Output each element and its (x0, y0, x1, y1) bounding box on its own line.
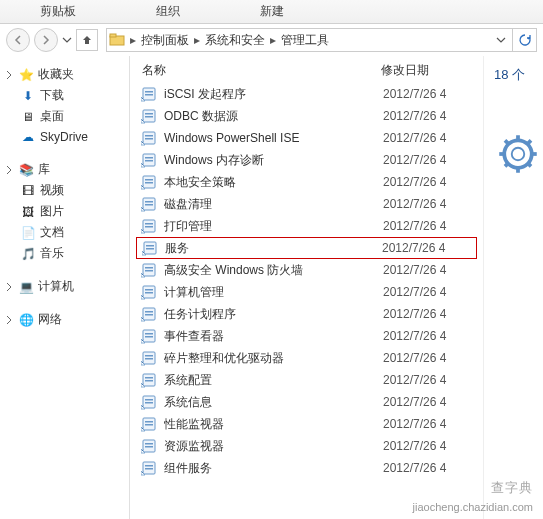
file-row[interactable]: 本地安全策略2012/7/26 4 (136, 171, 477, 193)
svg-point-65 (512, 148, 525, 161)
chevron-right-icon[interactable]: ▸ (127, 33, 139, 47)
file-row[interactable]: ODBC 数据源2012/7/26 4 (136, 105, 477, 127)
shortcut-icon (140, 151, 158, 169)
sidebar-item-documents[interactable]: 📄 文档 (0, 222, 129, 243)
svg-rect-1 (110, 34, 116, 37)
svg-rect-34 (145, 314, 153, 316)
sidebar-item-pictures[interactable]: 🖼 图片 (0, 201, 129, 222)
back-button[interactable] (6, 28, 30, 52)
ribbon-tab-organize[interactable]: 组织 (116, 3, 220, 20)
file-date: 2012/7/26 4 (382, 241, 472, 255)
file-row[interactable]: 性能监视器2012/7/26 4 (136, 413, 477, 435)
chevron-right-icon[interactable]: ▸ (267, 33, 279, 47)
preview-pane: 18 个 (483, 56, 543, 519)
svg-rect-55 (145, 468, 153, 470)
file-name: Windows PowerShell ISE (164, 131, 383, 145)
refresh-button[interactable] (512, 29, 536, 51)
chevron-right-icon[interactable]: ▸ (191, 33, 203, 47)
file-name: 任务计划程序 (164, 306, 383, 323)
file-date: 2012/7/26 4 (383, 263, 473, 277)
file-row[interactable]: 任务计划程序2012/7/26 4 (136, 303, 477, 325)
folder-icon (107, 30, 127, 50)
file-row[interactable]: 事件查看器2012/7/26 4 (136, 325, 477, 347)
shortcut-icon (140, 173, 158, 191)
file-date: 2012/7/26 4 (383, 461, 473, 475)
sidebar-item-label: 视频 (40, 182, 64, 199)
ribbon-tab-new[interactable]: 新建 (220, 3, 324, 20)
svg-rect-28 (145, 270, 153, 272)
column-header-name[interactable]: 名称 (142, 62, 381, 79)
column-header-date[interactable]: 修改日期 (381, 62, 471, 79)
chevron-down-icon[interactable] (62, 35, 72, 45)
file-row[interactable]: 磁盘清理2012/7/26 4 (136, 193, 477, 215)
shortcut-icon (140, 261, 158, 279)
file-row[interactable]: 系统配置2012/7/26 4 (136, 369, 477, 391)
file-list: iSCSI 发起程序2012/7/26 4ODBC 数据源2012/7/26 4… (130, 83, 483, 479)
sidebar-header-favorites[interactable]: ⭐ 收藏夹 (0, 64, 129, 85)
forward-button[interactable] (34, 28, 58, 52)
star-icon: ⭐ (18, 67, 34, 83)
breadcrumb-item[interactable]: 控制面板 (139, 32, 191, 49)
address-bar[interactable]: ▸ 控制面板 ▸ 系统和安全 ▸ 管理工具 (106, 28, 537, 52)
file-row[interactable]: 计算机管理2012/7/26 4 (136, 281, 477, 303)
shortcut-icon (140, 459, 158, 477)
file-row[interactable]: iSCSI 发起程序2012/7/26 4 (136, 83, 477, 105)
navigation-bar: ▸ 控制面板 ▸ 系统和安全 ▸ 管理工具 (0, 24, 543, 56)
sidebar-header-network[interactable]: 🌐 网络 (0, 309, 129, 330)
svg-rect-33 (145, 311, 153, 313)
gear-icon (488, 114, 538, 194)
file-row[interactable]: 资源监视器2012/7/26 4 (136, 435, 477, 457)
sidebar-item-label: 桌面 (40, 108, 64, 125)
svg-rect-52 (145, 446, 153, 448)
breadcrumb-item[interactable]: 系统和安全 (203, 32, 267, 49)
svg-rect-19 (145, 204, 153, 206)
sidebar-item-skydrive[interactable]: ☁ SkyDrive (0, 127, 129, 147)
shortcut-icon (140, 371, 158, 389)
file-date: 2012/7/26 4 (383, 87, 473, 101)
chevron-right-icon (4, 315, 14, 325)
sidebar-header-computer[interactable]: 💻 计算机 (0, 276, 129, 297)
ribbon: 剪贴板 组织 新建 (0, 0, 543, 24)
svg-rect-30 (145, 289, 153, 291)
file-date: 2012/7/26 4 (383, 131, 473, 145)
sidebar-item-desktop[interactable]: 🖥 桌面 (0, 106, 129, 127)
file-row[interactable]: 打印管理2012/7/26 4 (136, 215, 477, 237)
shortcut-icon (140, 283, 158, 301)
svg-rect-6 (145, 113, 153, 115)
file-name: 系统信息 (164, 394, 383, 411)
file-row[interactable]: Windows PowerShell ISE2012/7/26 4 (136, 127, 477, 149)
svg-rect-48 (145, 421, 153, 423)
arrow-up-icon (81, 34, 93, 46)
sidebar-item-label: SkyDrive (40, 130, 88, 144)
breadcrumb-item[interactable]: 管理工具 (279, 32, 331, 49)
sidebar-item-downloads[interactable]: ⬇ 下载 (0, 85, 129, 106)
chevron-down-icon[interactable] (496, 35, 506, 45)
file-row[interactable]: 系统信息2012/7/26 4 (136, 391, 477, 413)
file-row[interactable]: Windows 内存诊断2012/7/26 4 (136, 149, 477, 171)
picture-icon: 🖼 (20, 204, 36, 220)
shortcut-icon (140, 107, 158, 125)
file-date: 2012/7/26 4 (383, 373, 473, 387)
svg-rect-40 (145, 358, 153, 360)
file-date: 2012/7/26 4 (383, 395, 473, 409)
svg-rect-60 (531, 152, 537, 156)
sidebar-group-libraries: 📚 库 🎞 视频 🖼 图片 📄 文档 🎵 音乐 (0, 159, 129, 264)
svg-rect-46 (145, 402, 153, 404)
sidebar-item-music[interactable]: 🎵 音乐 (0, 243, 129, 264)
svg-rect-9 (145, 135, 153, 137)
svg-rect-37 (145, 336, 153, 338)
item-count-label: 18 个 (488, 66, 539, 84)
ribbon-tab-clipboard[interactable]: 剪贴板 (0, 3, 116, 20)
svg-rect-57 (516, 135, 520, 141)
sidebar-item-videos[interactable]: 🎞 视频 (0, 180, 129, 201)
file-row[interactable]: 高级安全 Windows 防火墙2012/7/26 4 (136, 259, 477, 281)
file-date: 2012/7/26 4 (383, 351, 473, 365)
svg-rect-7 (145, 116, 153, 118)
file-row[interactable]: 碎片整理和优化驱动器2012/7/26 4 (136, 347, 477, 369)
file-row[interactable]: 组件服务2012/7/26 4 (136, 457, 477, 479)
shortcut-icon (140, 217, 158, 235)
sidebar-group-computer: 💻 计算机 (0, 276, 129, 297)
up-button[interactable] (76, 29, 98, 51)
sidebar-header-libraries[interactable]: 📚 库 (0, 159, 129, 180)
file-row[interactable]: 服务2012/7/26 4 (136, 237, 477, 259)
